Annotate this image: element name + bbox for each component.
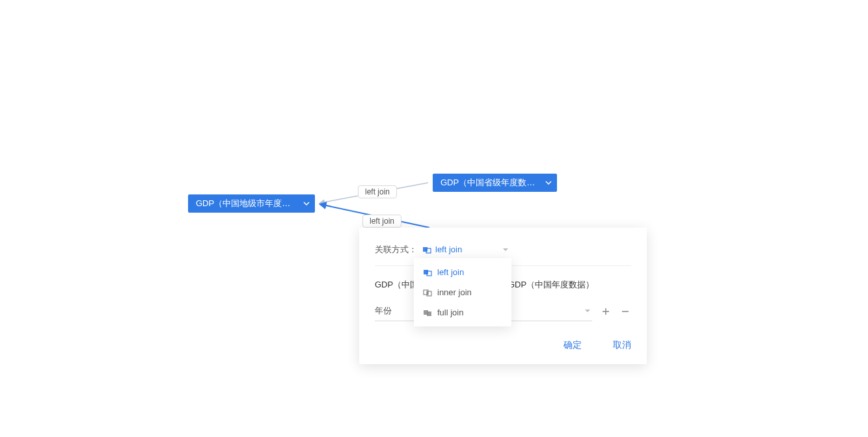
right-source-label: GDP（中国年度数据）	[508, 279, 631, 291]
caret-down-icon	[502, 246, 509, 253]
join-icon	[422, 245, 431, 254]
cancel-button[interactable]: 取消	[613, 339, 631, 351]
svg-rect-10	[427, 311, 431, 316]
data-node-left[interactable]: GDP（中国地级市年度数...	[188, 194, 315, 213]
edge-label-top[interactable]: left join	[358, 185, 397, 198]
inner-join-icon	[423, 288, 432, 297]
svg-rect-4	[424, 270, 428, 274]
chevron-down-icon	[545, 179, 552, 186]
left-join-icon	[423, 268, 432, 277]
connector-canvas	[0, 0, 868, 437]
relation-select[interactable]: left join	[421, 243, 509, 256]
data-node-left-label: GDP（中国地级市年度数...	[196, 198, 297, 208]
edge-label-bottom[interactable]: left join	[362, 215, 401, 228]
confirm-button[interactable]: 确定	[563, 339, 582, 351]
panel-footer: 确定 取消	[375, 339, 631, 351]
remove-field-button[interactable]	[619, 306, 631, 317]
dropdown-item-left-join[interactable]: left join	[414, 262, 511, 282]
svg-rect-2	[423, 247, 427, 252]
data-node-right-top-label: GDP（中国省级年度数据）	[441, 178, 543, 187]
join-type-dropdown: left join inner join full join	[414, 258, 511, 326]
data-node-right-top[interactable]: GDP（中国省级年度数据）	[433, 174, 557, 192]
chevron-down-icon	[303, 200, 310, 207]
caret-down-icon	[584, 308, 591, 314]
edge-label-bottom-text: left join	[370, 217, 394, 226]
dropdown-item-label: left join	[437, 267, 464, 277]
dropdown-item-inner-join[interactable]: inner join	[414, 282, 511, 302]
dropdown-item-label: inner join	[437, 287, 472, 297]
add-field-button[interactable]	[600, 306, 612, 317]
dropdown-item-full-join[interactable]: full join	[414, 302, 511, 323]
dropdown-item-label: full join	[437, 308, 463, 317]
full-join-icon	[423, 308, 432, 317]
relation-value: left join	[435, 245, 462, 254]
left-field-value: 年份	[375, 306, 392, 315]
svg-rect-8	[427, 291, 428, 295]
edge-label-top-text: left join	[365, 187, 390, 196]
relation-label: 关联方式：	[375, 244, 417, 256]
